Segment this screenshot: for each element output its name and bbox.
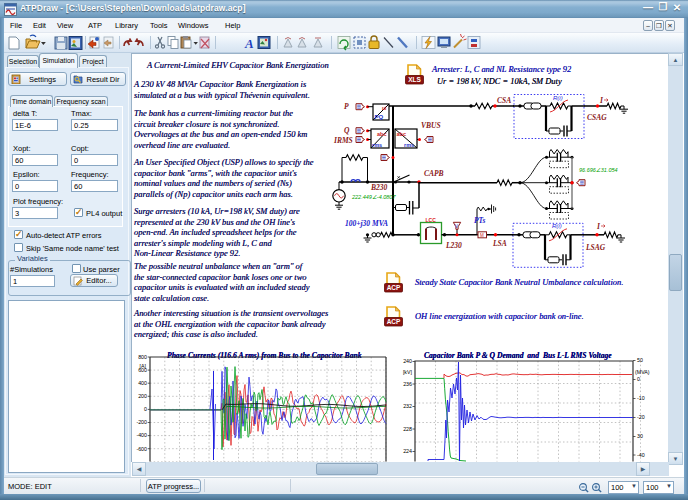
svg-text:CSAG: CSAG <box>587 113 607 122</box>
svg-text:VBUS: VBUS <box>421 121 441 130</box>
svg-text:50: 50 <box>637 357 643 363</box>
svg-text:-200: -200 <box>136 419 147 425</box>
svg-text:rms: rms <box>404 142 414 148</box>
svg-text:M: M <box>480 233 484 238</box>
svg-text:100+j30 MVA: 100+j30 MVA <box>345 219 388 228</box>
svg-text:P: P <box>344 102 349 111</box>
svg-text:R(i): R(i) <box>553 95 563 101</box>
svg-text:I: I <box>596 222 601 231</box>
svg-text:240: 240 <box>403 358 412 364</box>
svg-text:ui: ui <box>382 105 387 111</box>
svg-text:CSA: CSA <box>497 96 511 105</box>
svg-text:-20: -20 <box>637 414 645 420</box>
svg-text:96.696∠31.054: 96.696∠31.054 <box>579 167 618 173</box>
svg-text:224: 224 <box>403 448 412 454</box>
svg-text:PTs: PTs <box>474 216 485 225</box>
svg-text:400: 400 <box>138 380 147 386</box>
svg-text:236: 236 <box>403 381 412 387</box>
svg-text:B230: B230 <box>370 183 388 192</box>
svg-text:(MVA): (MVA) <box>635 369 650 375</box>
svg-text:PQ: PQ <box>375 114 384 120</box>
svg-text:I: I <box>599 96 604 105</box>
svg-text:abc: abc <box>397 131 406 137</box>
svg-text:-10: -10 <box>637 395 645 401</box>
svg-text:IRMS: IRMS <box>333 136 353 145</box>
svg-text:LCC: LCC <box>426 217 437 223</box>
svg-text:800: 800 <box>138 354 147 360</box>
svg-text:A: A <box>244 36 254 51</box>
svg-text:0: 0 <box>144 406 147 412</box>
svg-text:LSA: LSA <box>492 239 507 248</box>
svg-text:LSAG: LSAG <box>585 243 606 252</box>
svg-text:Q: Q <box>344 126 350 135</box>
svg-text:222.449∠-4.0807: 222.449∠-4.0807 <box>351 194 396 200</box>
svg-text:-400: -400 <box>136 432 147 438</box>
svg-text:-40: -40 <box>637 452 645 458</box>
svg-text:228: 228 <box>403 426 412 432</box>
svg-text:V: V <box>455 224 458 229</box>
svg-text:200: 200 <box>138 393 147 399</box>
svg-text:232: 232 <box>403 403 412 409</box>
svg-text:[kV]: [kV] <box>403 369 413 375</box>
svg-text:CAPB: CAPB <box>424 169 444 178</box>
svg-text:-600: -600 <box>136 446 147 452</box>
svg-text:rms: rms <box>372 142 382 148</box>
svg-text:30: 30 <box>637 433 643 439</box>
svg-text:L230: L230 <box>445 241 462 250</box>
svg-text:[A]: [A] <box>140 363 147 369</box>
svg-text:0: 0 <box>637 376 640 382</box>
svg-text:R(i): R(i) <box>552 223 562 229</box>
svg-text:abc: abc <box>377 131 386 137</box>
